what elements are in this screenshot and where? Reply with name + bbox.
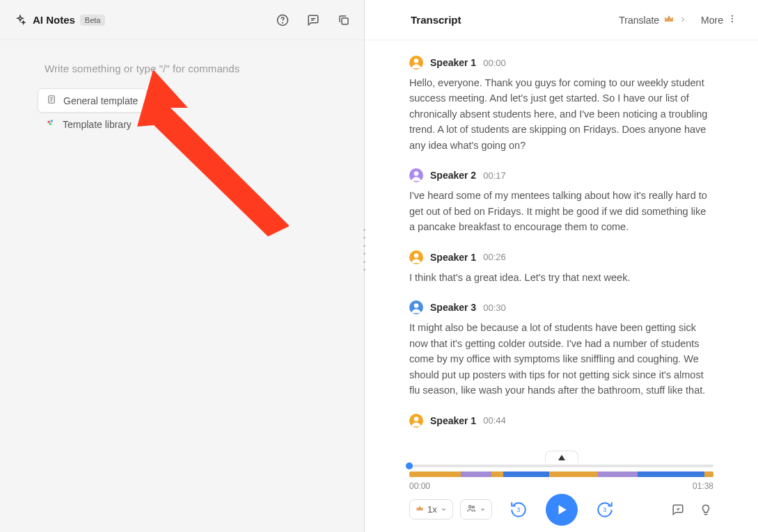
chevron-right-icon [679, 15, 687, 26]
transcript-body: Speaker 100:00Hello, everyone. Thank you… [365, 40, 758, 458]
timeline-segment[interactable] [638, 471, 704, 477]
transcript-segment[interactable]: Speaker 100:00Hello, everyone. Thank you… [409, 56, 713, 153]
chevron-down-icon [441, 504, 447, 515]
speaker-avatar [409, 300, 423, 314]
segment-timestamp: 00:17 [483, 170, 506, 181]
speaker-name: Speaker 1 [430, 415, 476, 426]
speaker-name: Speaker 1 [430, 252, 476, 263]
play-icon [555, 503, 568, 516]
segment-text: I think that's a great idea. Let's try t… [409, 270, 713, 285]
play-button[interactable] [546, 494, 578, 526]
segment-timestamp: 00:00 [483, 58, 506, 68]
svg-point-8 [732, 15, 733, 17]
speaker-filter-button[interactable] [460, 499, 492, 519]
player: 00:00 01:38 1x [365, 458, 758, 532]
doc-icon [47, 95, 56, 106]
svg-point-5 [50, 120, 53, 122]
time-duration: 01:38 [693, 481, 713, 491]
segment-timestamp: 00:30 [483, 303, 506, 313]
segment-timestamp: 00:44 [483, 415, 506, 426]
template-library-item[interactable]: Template library [38, 113, 140, 136]
crown-icon [663, 13, 674, 26]
comment-icon[interactable] [306, 13, 321, 28]
timeline-segment[interactable] [503, 471, 549, 477]
transcript-segment[interactable]: Speaker 200:17I've heard some of my ment… [409, 168, 713, 234]
timeline-segment[interactable] [491, 471, 503, 477]
progress-knob[interactable] [406, 462, 413, 469]
progress-track[interactable] [409, 465, 713, 467]
speed-button[interactable]: 1x [409, 499, 453, 519]
translate-button[interactable]: Translate [619, 13, 687, 26]
timeline-segment[interactable] [549, 471, 598, 477]
svg-point-16 [414, 253, 419, 258]
template-label: General template [63, 95, 138, 106]
crown-icon [416, 504, 424, 515]
timeline-segment[interactable] [704, 471, 713, 477]
segment-text: Hello, everyone. Thank you guys for comi… [409, 75, 713, 153]
people-icon [466, 503, 476, 515]
svg-point-23 [472, 506, 474, 508]
left-header: AI Notes Beta [0, 0, 364, 40]
timeline-segment[interactable] [598, 471, 638, 477]
speaker-avatar [409, 414, 423, 428]
svg-marker-25 [558, 505, 566, 515]
speaker-name: Speaker 3 [430, 302, 476, 313]
general-template-item[interactable]: General template [38, 88, 147, 113]
svg-point-6 [49, 122, 52, 125]
resize-handle[interactable] [363, 229, 366, 271]
forward-3-button[interactable]: 3 [594, 499, 615, 520]
sparkle-icon [13, 13, 28, 28]
speaker-name: Speaker 1 [430, 57, 476, 68]
copy-stack-icon[interactable] [336, 13, 352, 28]
segment-text: I've heard some of my mentees talking ab… [409, 188, 713, 234]
timeline-segment[interactable] [409, 471, 461, 477]
chevron-up-icon [558, 455, 565, 460]
transcript-segment[interactable]: Speaker 100:44 [409, 414, 713, 428]
svg-rect-2 [342, 18, 348, 24]
ai-notes-brand: AI Notes Beta [13, 13, 105, 28]
svg-point-1 [283, 22, 283, 23]
timeline-segment[interactable] [461, 471, 491, 477]
bookmark-icon[interactable] [670, 502, 686, 517]
svg-point-18 [414, 303, 419, 308]
svg-text:3: 3 [603, 506, 606, 513]
chevron-down-icon [480, 504, 486, 515]
speaker-avatar [409, 168, 423, 182]
editor-placeholder[interactable]: Write something or type "/" for commands [13, 53, 352, 84]
svg-point-20 [414, 417, 419, 421]
time-current: 00:00 [409, 481, 430, 491]
more-button[interactable]: More [701, 14, 737, 26]
svg-point-22 [468, 506, 471, 508]
svg-point-14 [414, 172, 419, 177]
help-icon[interactable] [275, 13, 290, 28]
speaker-timeline[interactable] [409, 471, 713, 477]
segment-timestamp: 00:26 [483, 252, 506, 262]
svg-point-12 [414, 58, 419, 63]
svg-point-4 [47, 121, 50, 124]
lightbulb-icon[interactable] [698, 502, 713, 517]
svg-point-9 [732, 18, 733, 19]
right-header: Transcript Translate More [365, 0, 758, 40]
template-list: General template Template library [13, 88, 352, 136]
transcript-segment[interactable]: Speaker 300:30It might also be because a… [409, 300, 713, 398]
template-label: Template library [63, 119, 132, 130]
palette-icon [46, 118, 56, 130]
svg-text:3: 3 [516, 506, 520, 513]
rewind-3-button[interactable]: 3 [508, 499, 529, 520]
segment-text: It might also be because a lot of studen… [409, 320, 713, 398]
svg-point-10 [732, 21, 733, 22]
transcript-segment[interactable]: Speaker 100:26I think that's a great ide… [409, 250, 713, 285]
speaker-avatar [409, 250, 423, 264]
svg-marker-21 [558, 455, 565, 460]
player-expand-tab[interactable] [545, 451, 578, 463]
beta-badge: Beta [80, 15, 106, 26]
ai-notes-title: AI Notes [33, 14, 75, 26]
speaker-name: Speaker 2 [430, 170, 476, 181]
speaker-avatar [409, 56, 423, 70]
transcript-title: Transcript [411, 14, 461, 26]
more-vertical-icon [727, 14, 737, 26]
